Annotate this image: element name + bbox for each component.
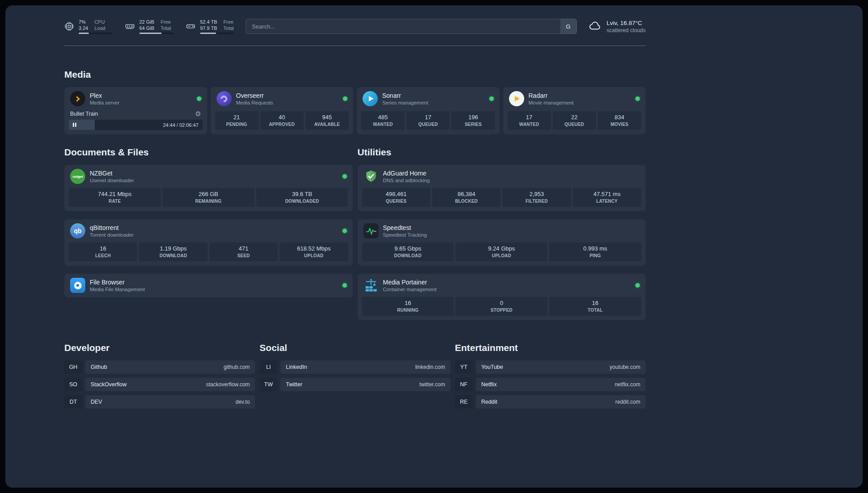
stat-tile: 1.19 Gbps DOWNLOAD [139,242,207,261]
plex-now-playing: Bullet Train ⚙ 24:44 / 02:06:47 [69,110,203,130]
bookmark-youtube[interactable]: YT YouTube youtube.com [455,360,646,374]
cpu-load-label: Load [94,25,105,31]
status-dot [635,96,640,101]
disk-free-label: Free [223,19,234,25]
filebrowser-icon [70,278,85,293]
service-name: Overseerr [236,92,273,99]
service-card-nzbget[interactable]: nzbget NZBGet Usenet downloader 744.21 M… [64,165,353,211]
disk-icon [186,21,196,31]
dashboard: 7% 3.24 CPU Load [5,5,863,488]
plex-icon [70,91,85,106]
service-name: NZBGet [90,170,134,177]
service-description: Torrent downloader [90,232,134,238]
status-dot [343,96,347,101]
memory-total: 64 GiB [139,25,154,31]
bookmark-abbr: SO [64,378,82,391]
resource-widgets: 7% 3.24 CPU Load [64,19,234,34]
cpu-label: CPU [94,19,105,25]
topbar-divider [64,46,646,46]
service-card-portainer[interactable]: Media Portainer Container management 16 … [358,274,646,320]
service-card-speedtest[interactable]: Speedtest Speedtest Tracking 9.65 Gbps D… [358,219,646,266]
stat-tile: 196 SERIES [451,111,495,130]
bookmark-github[interactable]: GH Github github.com [64,360,255,374]
memory-total-label: Total [161,25,171,31]
memory-free: 22 GiB [139,19,154,25]
bookmark-abbr: NF [455,378,473,391]
disk-progress-bar [200,33,234,34]
overseerr-icon [217,91,232,106]
bookmarks: Developer GH Github github.com SO StackO… [64,343,646,409]
search-bar: G [246,19,577,34]
memory-free-label: Free [161,19,171,25]
stat-tile: 16 TOTAL [549,297,641,316]
weather-widget[interactable]: Lviv, 16.87°C scattered clouds [588,19,646,34]
bookmark-dev[interactable]: DT DEV dev.to [64,395,255,409]
bookmarks-entertainment: Entertainment YT YouTube youtube.com NF … [455,343,646,409]
bookmark-abbr: DT [64,395,82,409]
stat-tile: 744.21 Mbps RATE [69,188,161,207]
status-dot [489,96,494,101]
playback-time: 24:44 / 02:06:47 [163,122,203,128]
nzbget-icon: nzbget [70,169,85,184]
service-description: Media File Management [90,287,145,292]
memory-progress-bar [139,33,173,34]
cpu-usage: 7% [79,19,88,25]
disk-widget: 52.4 TB 97.9 TB Free Total [186,19,234,34]
search-input[interactable] [246,19,560,34]
service-description: Media server [90,100,119,105]
service-card-plex[interactable]: Plex Media server Bullet Train ⚙ 24:44 /… [64,87,207,134]
bookmark-linkedin[interactable]: LI LinkedIn linkedin.com [259,360,450,374]
bookmark-reddit[interactable]: RE Reddit reddit.com [455,395,646,409]
stat-tile: 16 LEECH [69,242,137,261]
service-card-filebrowser[interactable]: File Browser Media File Management [64,274,353,297]
utilities-column: Utilities AdGu [358,147,646,320]
bookmarks-developer: Developer GH Github github.com SO StackO… [64,343,255,409]
status-dot [342,229,347,233]
adguard-icon [363,169,379,184]
service-card-qbittorrent[interactable]: qb qBittorrent Torrent downloader 16 LEE… [64,219,353,266]
stat-tile: 40 APPROVED [260,111,304,130]
service-card-sonarr[interactable]: Sonarr Series management 485 WANTED 17 Q… [357,87,500,134]
service-description: Speedtest Tracking [383,232,427,238]
sonarr-icon [363,91,378,106]
disk-total: 97.9 TB [200,25,217,31]
stat-tile: 22 QUEUED [553,111,596,130]
bookmark-twitter[interactable]: TW Twitter twitter.com [259,378,450,391]
stat-tile: 0 STOPPED [455,297,547,316]
bookmark-abbr: RE [455,395,473,409]
section-title-media: Media [64,69,646,80]
documents-column: Documents & Files nzbget NZBGet Usenet d… [64,147,353,320]
playback-progress-bar[interactable]: 24:44 / 02:06:47 [69,120,203,130]
bookmarks-social: Social LI LinkedIn linkedin.com TW Twitt… [259,343,450,391]
status-dot [635,283,640,288]
search-provider-button[interactable]: G [560,19,577,34]
service-description: Series management [382,100,428,105]
memory-progress-fill [139,33,162,34]
service-description: Movie management [529,100,574,105]
bookmark-abbr: TW [259,378,277,391]
pause-icon[interactable] [73,123,76,127]
section-title-documents: Documents & Files [64,147,353,158]
bookmark-stackoverflow[interactable]: SO StackOverflow stackoverflow.com [64,378,255,391]
stat-tile: 47.571 ms LATENCY [573,188,641,207]
disk-total-label: Total [223,25,234,31]
bookmark-netflix[interactable]: NF Netflix netflix.com [455,378,646,391]
stat-tile: 471 SEED [209,242,278,261]
service-card-radarr[interactable]: Radarr Movie management 17 WANTED 22 QUE… [503,87,646,134]
stat-tile: 16 RUNNING [362,297,454,316]
memory-widget: 22 GiB 64 GiB Free Total [125,19,173,34]
section-title-utilities: Utilities [358,147,646,158]
section-title-entertainment: Entertainment [455,343,646,353]
now-playing-title: Bullet Train [70,111,98,117]
disk-progress-fill [200,33,216,34]
gear-icon[interactable]: ⚙ [195,110,201,117]
status-dot [197,96,201,101]
service-card-adguard[interactable]: AdGuard Home DNS and adblocking 498,461 … [358,165,646,211]
service-name: Sonarr [382,92,428,99]
stat-tile: 9.24 Gbps UPLOAD [455,242,547,261]
disk-free: 52.4 TB [200,19,217,25]
service-card-overseerr[interactable]: Overseerr Media Requests 21 PENDING 40 A… [211,87,354,134]
cpu-progress-bar [79,33,113,34]
stat-tile: 21 PENDING [215,111,259,130]
service-name: AdGuard Home [383,170,430,177]
